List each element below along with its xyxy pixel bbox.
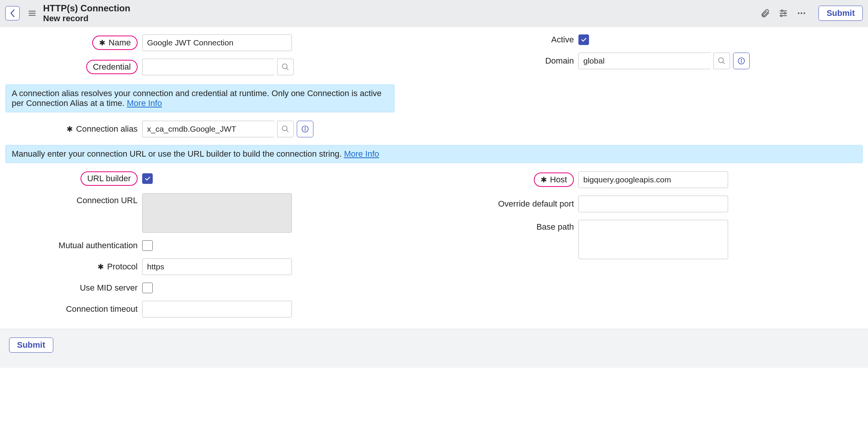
credential-lookup-button[interactable] [277, 59, 294, 75]
name-label: ✱ Name [92, 36, 138, 50]
url-more-info-link[interactable]: More Info [344, 149, 379, 159]
base-path-label: Base path [536, 222, 574, 232]
url-info-bar: Manually enter your connection URL or us… [5, 145, 863, 163]
check-icon [580, 36, 587, 43]
required-icon: ✱ [541, 175, 547, 184]
info-icon [301, 125, 309, 133]
alias-info-bar: A connection alias resolves your connect… [5, 84, 395, 112]
svg-point-2 [781, 15, 782, 16]
host-input[interactable] [578, 171, 728, 188]
connection-alias-label: Connection alias [76, 124, 138, 134]
ellipsis-icon [797, 8, 806, 18]
header-actions: Submit [760, 6, 863, 21]
search-icon [281, 63, 290, 71]
paperclip-icon [760, 8, 770, 18]
back-button[interactable] [5, 6, 20, 20]
base-path-textarea[interactable] [578, 220, 728, 259]
svg-point-0 [781, 10, 783, 11]
menu-icon [28, 9, 36, 17]
search-icon [718, 57, 726, 65]
override-port-input[interactable] [578, 196, 728, 212]
form-footer: Submit [0, 329, 868, 368]
info-icon [737, 57, 746, 65]
protocol-label: Protocol [107, 262, 138, 272]
personalize-form-button[interactable] [778, 8, 788, 18]
protocol-input[interactable] [142, 258, 292, 275]
required-icon: ✱ [67, 124, 73, 134]
connection-url-label: Connection URL [77, 196, 138, 205]
submit-button[interactable]: Submit [818, 6, 863, 21]
svg-point-4 [801, 12, 802, 14]
url-builder-label: URL builder [81, 171, 138, 186]
mutual-auth-checkbox[interactable] [142, 240, 153, 251]
alias-more-info-link[interactable]: More Info [127, 98, 162, 108]
required-icon: ✱ [99, 38, 105, 47]
footer-submit-button[interactable]: Submit [9, 337, 53, 353]
required-icon: ✱ [98, 262, 104, 271]
host-label: ✱ Host [534, 173, 574, 187]
connection-alias-input[interactable] [142, 121, 274, 137]
domain-input[interactable] [578, 53, 711, 69]
domain-label: Domain [545, 56, 574, 66]
chevron-left-icon [10, 9, 15, 17]
form-body: ✱ Name Credential [0, 27, 868, 329]
form-header: HTTP(s) Connection New record Submit [0, 0, 868, 27]
svg-point-12 [305, 127, 306, 128]
mutual-auth-label: Mutual authentication [59, 241, 138, 250]
svg-point-5 [804, 12, 805, 14]
connection-timeout-label: Connection timeout [66, 304, 138, 314]
svg-point-9 [741, 59, 742, 60]
check-icon [144, 175, 151, 182]
credential-input[interactable] [142, 59, 274, 75]
attachments-button[interactable] [760, 8, 770, 18]
active-checkbox[interactable] [578, 34, 589, 45]
connection-url-textarea [142, 193, 292, 233]
title-block: HTTP(s) Connection New record [43, 3, 130, 23]
connection-alias-info-button[interactable] [297, 121, 313, 137]
page-title: HTTP(s) Connection [43, 3, 130, 14]
context-menu-button[interactable] [28, 9, 36, 17]
use-mid-checkbox[interactable] [142, 283, 153, 293]
active-label: Active [551, 35, 574, 45]
page-subtitle: New record [43, 14, 130, 23]
credential-label: Credential [86, 60, 138, 74]
use-mid-label: Use MID server [80, 283, 138, 293]
more-options-button[interactable] [797, 8, 806, 18]
connection-timeout-input[interactable] [142, 301, 292, 317]
override-port-label: Override default port [498, 199, 574, 209]
url-builder-checkbox[interactable] [142, 173, 153, 184]
search-icon [281, 125, 290, 133]
sliders-icon [778, 8, 788, 18]
connection-alias-lookup-button[interactable] [277, 121, 294, 137]
domain-info-button[interactable] [733, 53, 750, 69]
domain-lookup-button[interactable] [713, 53, 730, 69]
svg-point-3 [798, 12, 800, 14]
name-input[interactable] [142, 34, 292, 51]
svg-point-1 [784, 12, 786, 14]
